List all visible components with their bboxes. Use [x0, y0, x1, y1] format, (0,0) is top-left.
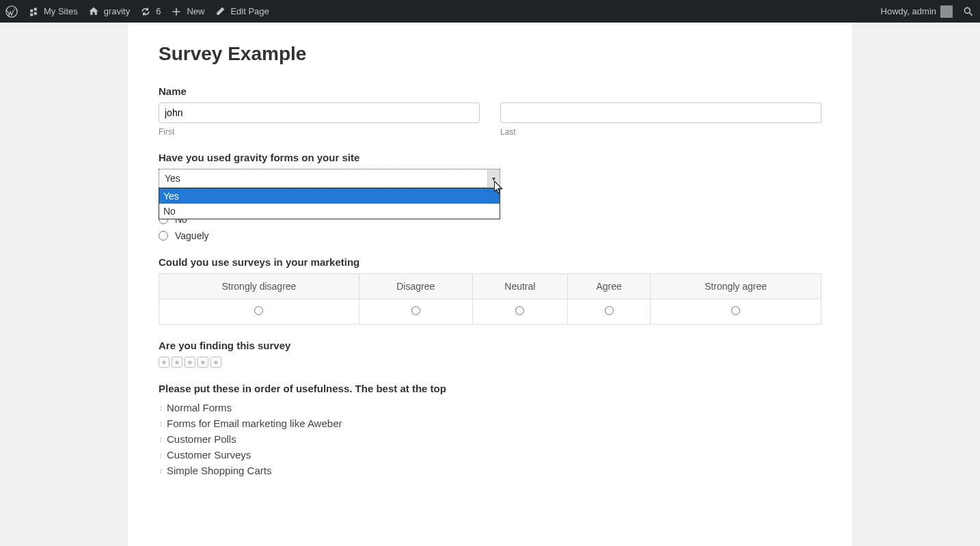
rating-label: Are you finding this survey: [159, 340, 821, 351]
dropdown-option-no[interactable]: No: [159, 204, 500, 219]
likert-radio[interactable]: [605, 306, 614, 315]
ranking-item[interactable]: ↕ Simple Shopping Carts: [159, 463, 821, 478]
user-menu[interactable]: Howdy, admin: [881, 5, 953, 18]
ranking-item[interactable]: ↕ Customer Polls: [159, 431, 821, 447]
radio-input[interactable]: [159, 231, 168, 241]
star-icon[interactable]: ★: [210, 357, 221, 368]
star-icon[interactable]: ★: [159, 357, 169, 368]
dropdown-list: Yes No: [159, 188, 500, 219]
my-sites-label: My Sites: [44, 6, 78, 16]
search-icon: [962, 5, 975, 18]
network-icon: [27, 5, 40, 18]
likert-label: Could you use surveys in your marketing: [159, 256, 821, 268]
drag-handle-icon[interactable]: ↕: [159, 403, 163, 413]
wordpress-icon: [5, 5, 18, 18]
ranking-item-label: Forms for Email marketing like Aweber: [167, 418, 342, 429]
likert-radio[interactable]: [254, 306, 263, 315]
likert-radio[interactable]: [515, 306, 524, 315]
updates-link[interactable]: 6: [139, 5, 161, 18]
pencil-icon: [214, 5, 226, 18]
plus-icon: [170, 5, 182, 18]
last-sub-label: Last: [500, 127, 821, 137]
page-title: Survey Example: [159, 43, 821, 65]
likert-col-header: Disagree: [359, 274, 472, 299]
select-display[interactable]: Yes ▾: [159, 169, 500, 188]
my-sites-link[interactable]: My Sites: [27, 5, 78, 18]
drag-handle-icon[interactable]: ↕: [159, 435, 163, 444]
drag-handle-icon[interactable]: ↕: [159, 419, 163, 428]
likert-table: Strongly disagree Disagree Neutral Agree…: [159, 273, 821, 325]
likert-radio[interactable]: [731, 306, 740, 315]
dropdown-option-yes[interactable]: Yes: [159, 189, 500, 204]
drag-handle-icon[interactable]: ↕: [159, 466, 163, 476]
select-selected-value: Yes: [165, 173, 180, 184]
radio-label: Vaguely: [175, 230, 209, 241]
wp-admin-bar: My Sites gravity 6 New Edit Page: [0, 0, 980, 23]
site-name-label: gravity: [104, 6, 130, 16]
adminbar-right: Howdy, admin: [881, 5, 975, 18]
search-toggle[interactable]: [962, 5, 975, 18]
ranking-label: Please put these in order of usefulness.…: [159, 383, 821, 394]
rating-field-group: Are you finding this survey ★ ★ ★ ★ ★: [159, 340, 821, 368]
likert-row: [159, 299, 821, 325]
used-gravity-field-group: Have you used gravity forms on your site…: [159, 152, 821, 188]
used-gravity-label: Have you used gravity forms on your site: [159, 152, 821, 163]
last-name-input[interactable]: [500, 103, 821, 123]
adminbar-left: My Sites gravity 6 New Edit Page: [5, 5, 269, 18]
ranking-item-label: Customer Surveys: [167, 449, 251, 461]
chevron-down-icon[interactable]: ▾: [487, 169, 500, 187]
ranking-item[interactable]: ↕ Forms for Email marketing like Aweber: [159, 415, 821, 431]
likert-col-header: Neutral: [472, 274, 568, 299]
ranking-item-label: Simple Shopping Carts: [167, 465, 271, 476]
updates-count: 6: [156, 6, 161, 16]
drag-handle-icon[interactable]: ↕: [159, 450, 163, 460]
edit-page-link[interactable]: Edit Page: [214, 5, 269, 18]
wp-logo[interactable]: [5, 5, 18, 18]
new-content-link[interactable]: New: [170, 5, 204, 18]
avatar: [940, 5, 953, 18]
radio-option-vaguely[interactable]: Vaguely: [159, 230, 821, 241]
site-link[interactable]: gravity: [87, 5, 130, 18]
likert-col-header: Strongly agree: [651, 274, 821, 299]
ranking-list: ↕ Normal Forms ↕ Forms for Email marketi…: [159, 400, 821, 478]
likert-field-group: Could you use surveys in your marketing …: [159, 256, 821, 325]
refresh-icon: [139, 5, 152, 18]
star-rating[interactable]: ★ ★ ★ ★ ★: [159, 357, 821, 368]
new-label: New: [187, 6, 204, 16]
name-field-group: Name First Last: [159, 85, 821, 137]
ranking-item-label: Customer Polls: [167, 433, 236, 445]
name-label: Name: [159, 85, 821, 97]
ranking-item[interactable]: ↕ Normal Forms: [159, 400, 821, 415]
edit-page-label: Edit Page: [230, 6, 269, 16]
ranking-item-label: Normal Forms: [167, 402, 232, 413]
home-icon: [87, 5, 100, 18]
svg-point-1: [964, 8, 970, 13]
page-content: Survey Example Name First Last Have you …: [128, 23, 852, 546]
first-name-input[interactable]: [159, 103, 480, 123]
ranking-field-group: Please put these in order of usefulness.…: [159, 383, 821, 478]
used-gravity-select[interactable]: Yes ▾ Yes No: [159, 169, 500, 188]
likert-radio[interactable]: [411, 306, 420, 315]
likert-col-header: Agree: [568, 274, 651, 299]
howdy-label: Howdy, admin: [881, 6, 936, 16]
ranking-item[interactable]: ↕ Customer Surveys: [159, 447, 821, 463]
first-sub-label: First: [159, 127, 480, 137]
star-icon[interactable]: ★: [198, 357, 208, 368]
likert-col-header: Strongly disagree: [159, 274, 359, 299]
star-icon[interactable]: ★: [185, 357, 195, 368]
star-icon[interactable]: ★: [172, 357, 182, 368]
